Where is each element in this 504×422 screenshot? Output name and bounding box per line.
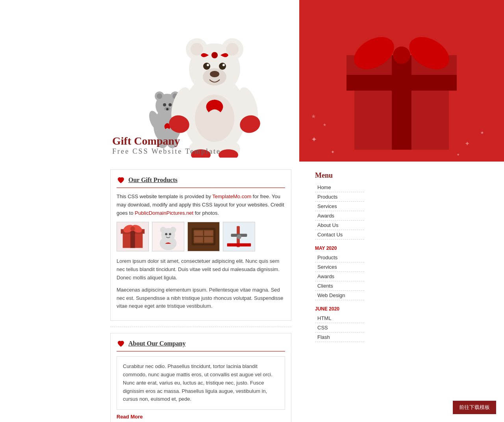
sidebar-june-flash[interactable]: Flash: [315, 333, 364, 342]
about-text-box: Curabitur nec odio. Phasellus tincidunt,…: [117, 356, 285, 410]
thumb-3[interactable]: [187, 222, 220, 251]
product-thumbnails: [117, 222, 285, 251]
sidebar-link-awards[interactable]: Awards: [315, 211, 364, 220]
svg-point-20: [226, 43, 239, 56]
download-button[interactable]: 前往下载模板: [453, 401, 496, 414]
sidebar-june-section: JUNE 2020 HTML CSS Flash: [315, 306, 364, 342]
svg-rect-73: [195, 237, 203, 242]
about-company-title: About Our Company: [128, 340, 186, 347]
sidebar-may-clients-link[interactable]: Clients: [315, 281, 364, 290]
sidebar-item-services[interactable]: Services: [315, 202, 364, 211]
svg-rect-40: [392, 55, 411, 150]
svg-point-7: [163, 103, 166, 106]
about-company-section: About Our Company Curabitur nec odio. Ph…: [110, 333, 291, 422]
heart-icon-products: [117, 176, 125, 184]
sidebar-main-menu: Home Products Services Awards About Us C…: [315, 183, 364, 240]
intro-paragraph: This CSS website template is provided by…: [117, 193, 285, 217]
sidebar-item-awards[interactable]: Awards: [315, 211, 364, 221]
sidebar-link-home[interactable]: Home: [315, 183, 364, 192]
svg-point-8: [169, 103, 172, 106]
svg-text:✦: ✦: [311, 136, 317, 143]
gift-box-svg: ✦ ✦ ★ ✦ ★ ★ ★: [299, 0, 504, 162]
sidebar-may-awards[interactable]: Awards: [315, 272, 364, 281]
sidebar-may-clients[interactable]: Clients: [315, 281, 364, 291]
sidebar-may-webdesign-link[interactable]: Web Design: [315, 291, 364, 300]
sidebar-may-section: MAY 2020 Products Services Awards Client…: [315, 245, 364, 300]
svg-point-4: [157, 93, 162, 99]
sidebar-link-contact[interactable]: Contact Us: [315, 230, 364, 239]
sidebar-item-about[interactable]: About Us: [315, 221, 364, 230]
header-left: Gift Company Free CSS Website Template: [0, 0, 299, 162]
thumb-2[interactable]: [152, 222, 184, 251]
thumb-gift-svg: [117, 222, 148, 251]
svg-point-24: [219, 63, 226, 70]
sidebar-june-menu: HTML CSS Flash: [315, 314, 364, 342]
tagline: Free CSS Website Template: [112, 147, 221, 156]
sidebar-menu-section: Menu Home Products Services Awards About…: [315, 171, 364, 240]
heart-icon-about: [117, 339, 125, 348]
svg-point-64: [165, 233, 167, 236]
sidebar-link-products[interactable]: Products: [315, 192, 364, 201]
sidebar-item-products[interactable]: Products: [315, 192, 364, 202]
svg-text:★: ★: [480, 130, 484, 135]
header-right-image: ✦ ✦ ★ ✦ ★ ★ ★: [299, 0, 504, 162]
svg-rect-79: [227, 244, 251, 247]
templatemo-link[interactable]: TemplateMo.com: [212, 193, 251, 199]
sidebar: Menu Home Products Services Awards About…: [307, 165, 370, 422]
sidebar-link-about[interactable]: About Us: [315, 221, 364, 230]
intro-end: for photos.: [193, 210, 219, 216]
sidebar-june-css-link[interactable]: CSS: [315, 323, 364, 332]
intro-before: This CSS website template is provided by: [117, 193, 212, 199]
sidebar-item-contact[interactable]: Contact Us: [315, 230, 364, 240]
sidebar-may-heading: MAY 2020: [315, 245, 364, 251]
svg-point-23: [203, 63, 210, 70]
sidebar-may-products-link[interactable]: Products: [315, 253, 364, 262]
svg-point-18: [191, 43, 203, 56]
read-more-link[interactable]: Read More: [117, 414, 143, 420]
sidebar-may-products[interactable]: Products: [315, 253, 364, 262]
content-area: Our Gift Products This CSS website templ…: [0, 162, 299, 422]
svg-point-58: [130, 227, 135, 231]
thumb-tools-svg: [223, 222, 255, 251]
sidebar-may-webdesign[interactable]: Web Design: [315, 291, 364, 300]
sidebar-link-services[interactable]: Services: [315, 202, 364, 211]
svg-rect-74: [204, 237, 213, 242]
thumb-bear-svg: [152, 222, 184, 251]
sidebar-may-menu: Products Services Awards Clients Web Des…: [315, 253, 364, 300]
svg-rect-41: [346, 75, 457, 91]
svg-rect-55: [130, 229, 135, 248]
gift-products-title[interactable]: Our Gift Products: [128, 177, 178, 184]
svg-point-44: [393, 46, 410, 64]
svg-point-78: [237, 235, 241, 240]
hero-bear-svg: [140, 0, 266, 158]
sidebar-june-flash-link[interactable]: Flash: [315, 333, 364, 342]
section-header-products: Our Gift Products: [117, 176, 285, 188]
thumb-4[interactable]: [223, 222, 255, 251]
lorem-text-2: Maecenas adipiscing elementum ipsum. Pel…: [117, 286, 285, 310]
svg-point-63: [170, 227, 176, 233]
main-wrapper: Our Gift Products This CSS website templ…: [0, 162, 504, 422]
lorem-text-1: Lorem ipsum dolor sit amet, consectetuer…: [117, 257, 285, 282]
thumb-chocolate-svg: [188, 222, 219, 251]
sidebar-june-html-link[interactable]: HTML: [315, 314, 364, 323]
sidebar-item-home[interactable]: Home: [315, 183, 364, 192]
header-title: Gift Company Free CSS Website Template: [112, 135, 221, 156]
public-domain-link[interactable]: PublicDomainPictures.net: [135, 210, 193, 216]
sidebar-may-services[interactable]: Services: [315, 262, 364, 272]
header: Gift Company Free CSS Website Template: [0, 0, 504, 162]
divider: [110, 327, 291, 327]
svg-text:✦: ✦: [331, 149, 335, 155]
sidebar-june-heading: JUNE 2020: [315, 306, 364, 312]
svg-text:★: ★: [323, 123, 326, 127]
svg-text:★: ★: [457, 153, 460, 156]
sidebar-june-html[interactable]: HTML: [315, 314, 364, 323]
about-text: Curabitur nec odio. Phasellus tincidunt,…: [123, 363, 279, 403]
gift-products-section: Our Gift Products This CSS website templ…: [110, 169, 291, 321]
sidebar-may-services-link[interactable]: Services: [315, 262, 364, 271]
sidebar-june-css[interactable]: CSS: [315, 323, 364, 333]
thumb-1[interactable]: [117, 222, 149, 251]
hero-image-area: [104, 4, 301, 154]
svg-point-62: [160, 227, 167, 233]
gift-decoration: ✦ ✦ ★ ✦ ★ ★ ★: [299, 0, 504, 162]
sidebar-may-awards-link[interactable]: Awards: [315, 272, 364, 281]
